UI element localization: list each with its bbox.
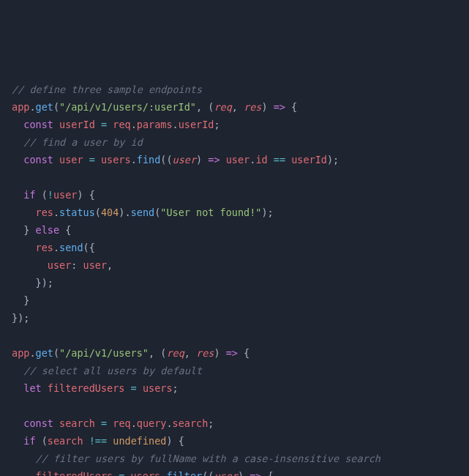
punct: ( <box>42 189 48 201</box>
identifier: search <box>59 417 95 429</box>
punct: . <box>53 207 59 218</box>
keyword: if <box>23 189 35 201</box>
string: "/api/v1/users" <box>59 347 149 359</box>
identifier: app <box>12 101 29 113</box>
punct: , ( <box>196 101 214 113</box>
param: user <box>173 154 197 166</box>
punct: . <box>131 154 137 166</box>
identifier: user <box>53 189 78 201</box>
property: id <box>255 154 267 166</box>
arrow: => <box>208 154 220 166</box>
identifier: req <box>113 417 130 429</box>
punct: . <box>29 101 35 113</box>
operator: ! <box>48 189 53 201</box>
punct: . <box>131 417 137 429</box>
identifier: app <box>12 347 29 359</box>
operator: = <box>119 470 124 476</box>
identifier: user <box>59 154 83 166</box>
method: get <box>36 347 53 359</box>
number: 404 <box>101 207 119 218</box>
punct: ); <box>327 154 339 166</box>
operator: = <box>101 119 107 130</box>
keyword-value: undefined <box>113 435 166 447</box>
identifier: res <box>36 242 53 253</box>
param: res <box>196 347 214 359</box>
punct: ( <box>53 347 59 359</box>
string: "/api/v1/users/:userId" <box>59 101 196 113</box>
comment-line: // find a user by id <box>23 136 143 148</box>
punct: } <box>23 294 29 306</box>
comment-line: // define three sample endpoints <box>12 83 202 95</box>
punct: }); <box>36 277 53 289</box>
identifier: user <box>226 154 250 166</box>
identifier: userId <box>291 154 327 166</box>
punct: ). <box>119 207 130 218</box>
punct: ); <box>261 207 273 218</box>
property: search <box>173 417 209 429</box>
identifier: filteredUsers <box>36 470 113 476</box>
punct: ( <box>95 207 101 218</box>
identifier: user <box>83 259 108 271</box>
method: filter <box>166 470 202 476</box>
punct: ) { <box>166 435 184 447</box>
punct: . <box>166 417 172 429</box>
identifier: res <box>36 207 53 218</box>
punct: ) <box>261 101 273 113</box>
punct: . <box>53 242 59 253</box>
punct: { <box>285 101 297 113</box>
keyword: const <box>23 417 53 429</box>
keyword: const <box>23 119 53 130</box>
param: user <box>214 470 238 476</box>
punct: . <box>173 119 179 130</box>
property: userId <box>179 119 214 130</box>
punct: (( <box>202 470 214 476</box>
punct: }); <box>12 312 29 324</box>
comment-line: // filter users by fullName with a case-… <box>36 453 380 464</box>
punct: { <box>238 347 249 359</box>
arrow: => <box>249 470 261 476</box>
keyword: let <box>23 382 41 394</box>
param: req <box>166 347 184 359</box>
identifier: userId <box>59 119 95 130</box>
identifier: search <box>48 435 83 447</box>
punct: ) <box>196 154 208 166</box>
arrow: => <box>274 101 285 113</box>
punct: , <box>184 347 196 359</box>
code-editor[interactable]: // define three sample endpoints app.get… <box>12 81 457 476</box>
punct: ({ <box>83 242 95 253</box>
operator: !== <box>89 435 107 447</box>
method: status <box>59 207 95 218</box>
comment-line: // select all users by default <box>23 365 202 376</box>
punct: , <box>107 259 113 271</box>
method: send <box>59 242 83 253</box>
punct: (( <box>160 154 172 166</box>
property: params <box>137 119 173 130</box>
punct: . <box>29 347 35 359</box>
property: query <box>137 417 167 429</box>
method: get <box>36 101 53 113</box>
punct: , <box>232 101 244 113</box>
keyword: if <box>23 435 35 447</box>
string: "User not found!" <box>160 207 261 218</box>
punct: ( <box>53 101 59 113</box>
identifier: users <box>143 382 173 394</box>
punct: : <box>71 259 83 271</box>
punct: , ( <box>149 347 166 359</box>
punct: ) <box>238 470 249 476</box>
keyword: const <box>23 154 53 166</box>
identifier: req <box>113 119 130 130</box>
punct: ) <box>214 347 225 359</box>
punct: ; <box>173 382 179 394</box>
punct: . <box>131 119 137 130</box>
punct: ; <box>214 119 220 130</box>
method: find <box>137 154 161 166</box>
operator: = <box>131 382 137 394</box>
punct: ; <box>208 417 214 429</box>
punct: { <box>65 224 71 236</box>
operator: == <box>274 154 285 166</box>
method: send <box>131 207 155 218</box>
object-key: user <box>48 259 72 271</box>
operator: = <box>89 154 95 166</box>
identifier: users <box>131 470 161 476</box>
param: res <box>244 101 261 113</box>
